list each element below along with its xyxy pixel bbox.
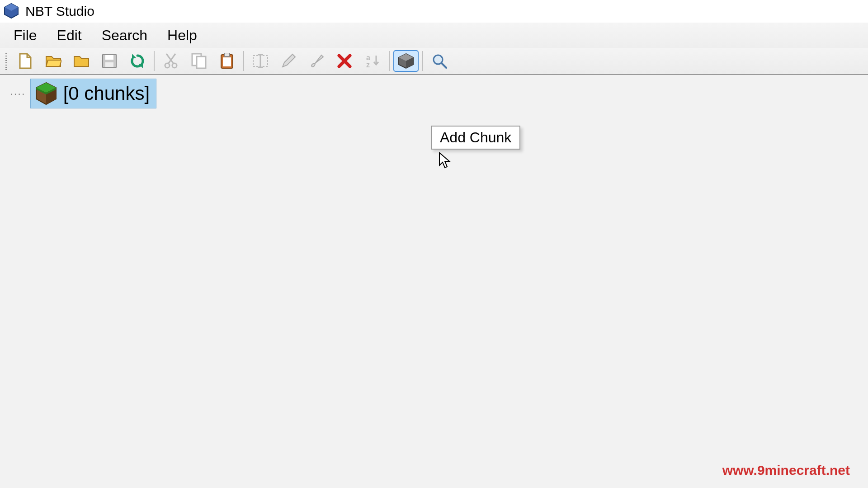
delete-button[interactable] xyxy=(332,50,357,72)
clipboard-icon xyxy=(220,53,234,69)
refresh-icon xyxy=(129,53,146,69)
tree-root-node[interactable]: [0 chunks] xyxy=(30,79,156,108)
tooltip: Add Chunk xyxy=(431,126,520,150)
magnifier-icon xyxy=(432,53,447,69)
save-button[interactable] xyxy=(97,50,122,72)
add-chunk-button[interactable] xyxy=(393,50,419,72)
menu-file[interactable]: File xyxy=(14,27,37,44)
folder-icon xyxy=(73,54,90,68)
open-folder-icon xyxy=(45,54,61,68)
open-folder-button[interactable] xyxy=(41,50,66,72)
new-file-button[interactable] xyxy=(13,50,38,72)
paste-button[interactable] xyxy=(214,50,240,72)
cut-button[interactable] xyxy=(158,50,184,72)
cursor-icon xyxy=(439,152,451,169)
text-cursor-icon xyxy=(252,54,269,68)
app-icon xyxy=(2,2,21,21)
new-file-icon xyxy=(18,53,33,69)
toolbar-separator xyxy=(154,51,155,71)
menu-edit[interactable]: Edit xyxy=(57,27,82,44)
scissors-icon xyxy=(164,53,178,69)
menu-help[interactable]: Help xyxy=(167,27,197,44)
content-area: ···· [0 chunks] Add Chunk xyxy=(0,75,868,488)
svg-text:z: z xyxy=(366,61,370,69)
svg-rect-3 xyxy=(105,55,113,60)
tree-connector: ···· xyxy=(10,87,26,100)
sort-button[interactable]: a z xyxy=(360,50,385,72)
delete-x-icon xyxy=(337,54,352,68)
copy-icon xyxy=(191,53,207,69)
menu-search[interactable]: Search xyxy=(102,27,147,44)
toolbar-separator xyxy=(422,51,423,71)
rename-button[interactable] xyxy=(248,50,273,72)
cube-icon xyxy=(397,53,415,69)
watermark: www.9minecraft.net xyxy=(722,463,850,478)
svg-text:a: a xyxy=(366,54,370,61)
brush-button[interactable] xyxy=(304,50,329,72)
toolbar-separator xyxy=(243,51,244,71)
copy-button[interactable] xyxy=(186,50,212,72)
title-bar: NBT Studio xyxy=(0,0,868,23)
folder-button[interactable] xyxy=(69,50,94,72)
brush-icon xyxy=(309,53,324,69)
find-button[interactable] xyxy=(427,50,452,72)
toolbar: a z xyxy=(0,48,868,75)
app-title: NBT Studio xyxy=(25,4,94,19)
grass-block-icon xyxy=(33,81,59,106)
svg-point-6 xyxy=(172,63,177,68)
svg-rect-4 xyxy=(105,62,113,67)
toolbar-grip xyxy=(5,52,7,70)
svg-point-5 xyxy=(165,63,170,68)
svg-rect-8 xyxy=(197,56,206,68)
toolbar-separator xyxy=(389,51,390,71)
tree-root-row: ···· [0 chunks] xyxy=(10,79,156,108)
refresh-button[interactable] xyxy=(125,50,150,72)
edit-button[interactable] xyxy=(276,50,301,72)
tree-root-label: [0 chunks] xyxy=(63,83,150,104)
sort-icon: a z xyxy=(364,53,381,69)
pencil-icon xyxy=(281,53,296,69)
save-icon xyxy=(102,53,117,69)
svg-line-20 xyxy=(442,63,446,68)
svg-rect-10 xyxy=(224,53,230,56)
svg-rect-11 xyxy=(223,57,231,66)
menu-bar: File Edit Search Help xyxy=(0,23,868,48)
